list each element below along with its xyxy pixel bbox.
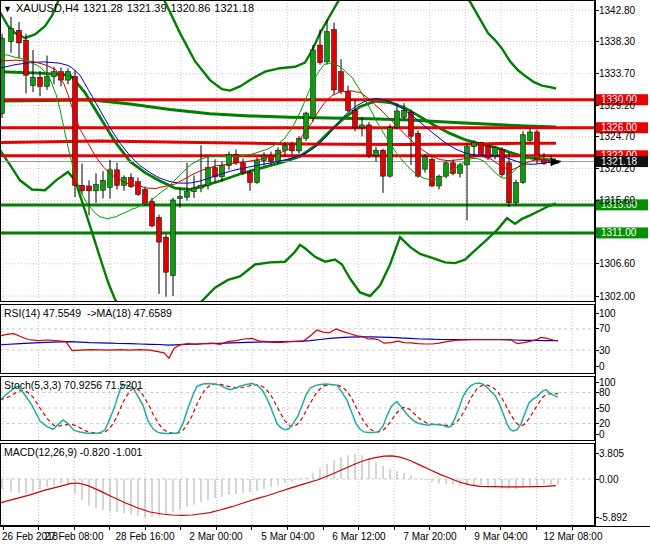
candle-body: [45, 77, 50, 87]
axis-tick-label: 0: [599, 429, 605, 440]
candle-body: [185, 192, 190, 198]
time-axis-label: 27 Feb 08:00: [45, 531, 104, 542]
axis-tick-label: 1315.60: [599, 195, 636, 206]
candle-body: [31, 77, 36, 85]
candle-body: [220, 166, 225, 177]
candle-body: [388, 128, 393, 176]
candle-body: [136, 182, 141, 195]
candle-body: [157, 217, 162, 242]
axis-tick-label: -5.892: [599, 512, 628, 523]
time-axis-label: 28 Feb 16:00: [116, 531, 175, 542]
axis-tick-label: 1320.20: [599, 163, 636, 174]
axis-tick-label: 100: [599, 308, 616, 319]
candle-body: [192, 188, 197, 192]
axis-tick-label: 1333.70: [599, 68, 636, 79]
candle-body: [521, 135, 526, 183]
candle-body: [528, 132, 533, 140]
time-axis-label: 7 Mar 20:00: [403, 531, 457, 542]
axis-tick-label: 3.805: [599, 448, 624, 459]
bollinger-lower-band: [0, 150, 556, 324]
candle-body: [108, 170, 113, 188]
rsi-ma-line: [0, 337, 558, 345]
stoch-panel[interactable]: [0, 376, 595, 441]
candle-body: [493, 147, 498, 156]
axis-tick-label: 100: [599, 377, 616, 388]
candle-body: [325, 32, 330, 62]
candle-body: [171, 200, 176, 276]
macd-panel[interactable]: [0, 443, 595, 526]
candle-body: [346, 91, 351, 110]
slow-ma-line: [0, 100, 556, 127]
axis-tick-label: 1329.20: [599, 100, 636, 111]
candle-body: [381, 150, 386, 176]
bollinger-middle-band: [0, 72, 556, 190]
candle-body: [66, 72, 71, 80]
axis-tick-label: 1306.60: [599, 258, 636, 269]
symbol-dropdown-icon[interactable]: ▼: [3, 4, 12, 14]
candle-body: [248, 173, 253, 183]
candle-body: [164, 237, 169, 272]
ma-green: [0, 55, 556, 219]
time-axis-label: 12 Mar 08:00: [544, 531, 603, 542]
candle-body: [304, 113, 309, 138]
axis-tick-label: 1342.80: [599, 5, 636, 16]
candle-body: [255, 161, 260, 183]
axis-tick-label: 1338.30: [599, 36, 636, 47]
candle-body: [500, 149, 505, 174]
candle-body: [94, 185, 99, 191]
candle-body: [143, 189, 148, 204]
time-axis-label: 9 Mar 04:00: [474, 531, 528, 542]
axis-tick-label: 70: [599, 323, 611, 334]
candle-body: [150, 201, 155, 226]
axis-tick-label: 1302.00: [599, 291, 636, 302]
axis-tick-label: 0: [599, 361, 605, 372]
candle-body: [423, 157, 428, 170]
axis-tick-label: 50: [599, 403, 611, 414]
rsi-line: [0, 329, 558, 358]
candle-body: [52, 72, 57, 77]
time-axis-label: 5 Mar 04:00: [261, 531, 315, 542]
time-axis-label: 6 Mar 12:00: [332, 531, 386, 542]
candle-body: [339, 72, 344, 92]
axis-tick-label: 1324.70: [599, 131, 636, 142]
candle-body: [199, 185, 204, 188]
candle-body: [430, 159, 435, 186]
macd-signal-line: [0, 456, 556, 515]
candle-body: [87, 186, 92, 191]
candle-body: [360, 125, 365, 128]
candle-body: [9, 28, 14, 41]
candle-body: [38, 77, 43, 86]
bollinger-upper-band: [0, 0, 556, 91]
candle-body: [17, 30, 22, 43]
price-badge-label: 1311.00: [601, 227, 637, 238]
candle-body: [101, 180, 106, 190]
candle-body: [332, 30, 337, 90]
axis-tick-label: 20: [599, 418, 611, 429]
candle-body: [472, 142, 477, 146]
candle-body: [206, 168, 211, 186]
candle-body: [24, 40, 29, 75]
candle-body: [276, 150, 281, 161]
axis-tick-label: 30: [599, 345, 611, 356]
axis-tick-label: 80: [599, 387, 611, 398]
chart-canvas[interactable]: 1007030010080502003.8050.00-5.8921330.00…: [0, 0, 650, 550]
candle-body: [353, 110, 358, 128]
candle-body: [514, 182, 519, 202]
candle-body: [129, 178, 134, 187]
main-panel[interactable]: [0, 0, 595, 324]
trading-chart-window[interactable]: 1007030010080502003.8050.00-5.8921330.00…: [0, 0, 650, 550]
candle-body: [416, 133, 421, 176]
candle-body: [535, 132, 540, 159]
candle-body: [178, 196, 183, 198]
candle-body: [311, 50, 316, 118]
candle-body: [374, 150, 379, 156]
candle-body: [479, 142, 484, 154]
rsi-panel[interactable]: [0, 304, 595, 374]
candle-body: [318, 45, 323, 63]
time-axis-label: 2 Mar 00:00: [189, 531, 243, 542]
candle-body: [367, 125, 372, 156]
axis-tick-label: 0.00: [599, 474, 619, 485]
